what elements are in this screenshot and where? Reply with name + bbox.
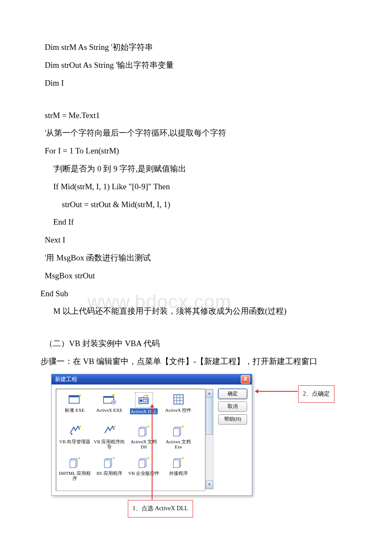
project-icon <box>66 424 84 438</box>
code-line: End If <box>53 213 354 231</box>
list-item-label: ActiveX DLL <box>130 408 158 414</box>
list-item-label: ActiveX 文档 Dll <box>127 439 161 449</box>
svg-line-12 <box>143 396 145 397</box>
svg-point-9 <box>140 399 142 402</box>
scroll-thumb[interactable] <box>206 397 213 435</box>
dialog-title: 新建工程 <box>55 373 77 386</box>
svg-rect-34 <box>139 460 145 468</box>
project-icon <box>66 455 84 470</box>
code-line: '判断是否为 0 到 9 字符,是则赋值输出 <box>53 160 354 178</box>
svg-rect-31 <box>104 460 110 468</box>
cancel-button[interactable]: 取消 <box>218 402 247 412</box>
list-item-label: 标准 EXE <box>65 408 84 413</box>
project-icon <box>101 392 118 407</box>
svg-rect-1 <box>69 396 79 397</box>
svg-marker-38 <box>182 457 184 460</box>
callout-label: 2、点确定 <box>303 390 330 397</box>
svg-marker-11 <box>145 395 149 397</box>
svg-marker-32 <box>112 457 115 460</box>
list-item-label: VB 向导管理器 <box>59 439 90 444</box>
project-icon <box>135 424 153 438</box>
arrow-left-icon <box>255 389 258 393</box>
svg-rect-13 <box>174 395 183 404</box>
dialog-screenshot: 新建工程 X 标准 EXE ActiveX EXE ActiveX DLL <box>51 374 366 529</box>
list-item-label: IIS 应用程序 <box>96 471 122 476</box>
project-icon <box>66 392 84 407</box>
annotation-arrow <box>257 391 298 392</box>
project-icon <box>101 455 118 470</box>
code-line: Dim I <box>45 74 354 92</box>
help-button[interactable]: 帮助(H) <box>218 414 247 425</box>
list-item[interactable]: Activex 文档 Exe <box>161 422 196 454</box>
project-icon <box>170 424 187 438</box>
code-line: strOut = strOut & Mid(strM, I, 1) <box>62 196 354 214</box>
list-item-label: ActiveX 控件 <box>165 408 191 413</box>
code-line: Dim strM As String '初始字符串 <box>45 38 354 56</box>
list-item-label: ActiveX EXE <box>96 408 122 413</box>
code-line: MsgBox strOut <box>45 267 354 285</box>
project-icon <box>170 392 187 407</box>
svg-marker-35 <box>147 457 150 460</box>
svg-rect-25 <box>173 428 179 436</box>
callout-label: 1、点选 ActiveX DLL <box>133 505 188 512</box>
code-line: '用 MsgBox 函数进行输出测试 <box>45 249 354 267</box>
project-icon <box>170 455 187 470</box>
scroll-down-icon[interactable]: ▾ <box>206 480 213 489</box>
callout-1: 1、点选 ActiveX DLL <box>128 500 193 517</box>
svg-rect-37 <box>173 460 179 468</box>
list-item[interactable]: 外接程序 <box>161 454 196 485</box>
svg-marker-20 <box>113 426 116 428</box>
list-item-label: 外接程序 <box>169 471 188 476</box>
list-item[interactable]: ActiveX 文档 Dll <box>127 422 161 454</box>
project-icon <box>101 424 118 438</box>
list-item[interactable]: VB 向导管理器 <box>58 422 92 454</box>
step-text: 步骤一：在 VB 编辑窗中，点菜单【文件】-【新建工程】，打开新建工程窗口 <box>40 353 354 370</box>
scroll-up-icon[interactable]: ▴ <box>206 389 213 398</box>
code-line: End Sub <box>40 285 354 303</box>
note-text: M 以上代码还不能直接用于封装，须将其修改成为公用函数(过程) <box>53 302 354 320</box>
scrollbar[interactable]: ▴ ▾ <box>205 389 213 489</box>
list-item-label: VB 企业版控件 <box>128 471 159 476</box>
list-item[interactable]: DHTML 应用程序 <box>58 454 92 485</box>
project-type-list[interactable]: 标准 EXE ActiveX EXE ActiveX DLL ActiveX 控… <box>56 389 205 491</box>
ok-button[interactable]: 确定 <box>218 389 247 399</box>
list-item[interactable]: VB 应用程序向导 <box>92 422 127 454</box>
arrow-up-icon <box>150 404 154 408</box>
code-line: strM = Me.Text1 <box>45 107 354 124</box>
svg-marker-23 <box>147 426 150 428</box>
section-heading: （二）VB 封装实例中 VBA 代码 <box>45 335 354 353</box>
list-item[interactable]: ActiveX EXE <box>92 390 127 422</box>
code-line: Dim strOut As String '输出字符串变量 <box>45 56 354 74</box>
code-line: If Mid(strM, I, 1) Like "[0-9]" Then <box>53 178 354 196</box>
svg-marker-18 <box>79 426 81 428</box>
project-icon <box>135 455 153 470</box>
svg-point-19 <box>71 433 72 435</box>
list-item-selected[interactable]: ActiveX DLL <box>127 390 161 422</box>
svg-rect-28 <box>70 460 76 468</box>
code-line: Next I <box>45 231 354 249</box>
callout-2: 2、点确定 <box>298 385 334 403</box>
list-item[interactable]: VB 企业版控件 <box>127 454 161 485</box>
list-item-label: Activex 文档 Exe <box>162 439 195 449</box>
svg-rect-4 <box>104 396 114 398</box>
svg-marker-29 <box>78 457 81 460</box>
code-line: '从第一个字符向最后一个字符循环,以提取每个字符 <box>45 124 354 142</box>
list-item[interactable]: IIS 应用程序 <box>92 454 127 485</box>
annotation-arrow <box>152 407 153 500</box>
svg-rect-22 <box>139 428 145 436</box>
list-item[interactable]: ActiveX 控件 <box>161 390 196 422</box>
dialog-titlebar: 新建工程 X <box>52 374 252 384</box>
list-item-label: VB 应用程序向导 <box>93 439 126 449</box>
svg-marker-26 <box>182 426 184 428</box>
list-item[interactable]: 标准 EXE <box>58 390 92 422</box>
code-line: For I = 1 To Len(strM) <box>45 142 354 160</box>
svg-point-7 <box>113 401 115 403</box>
close-icon[interactable]: X <box>241 375 250 384</box>
list-item-label: DHTML 应用程序 <box>58 471 92 481</box>
